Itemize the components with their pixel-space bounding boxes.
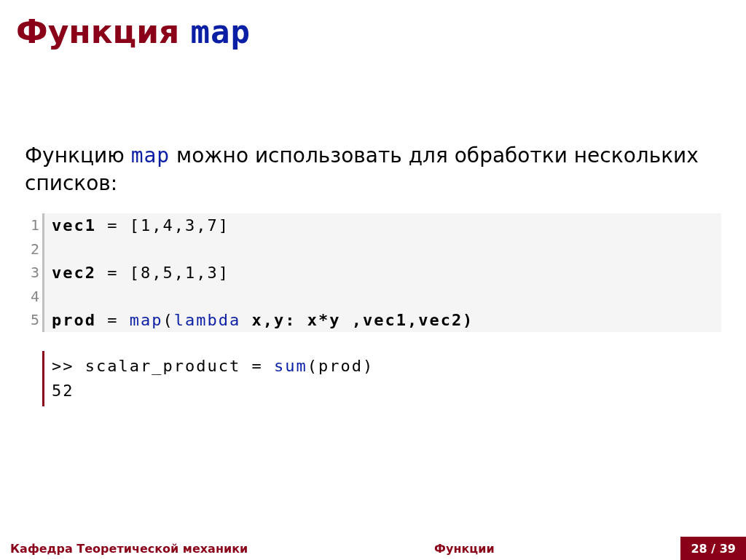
code-content: vec1 = [1,4,3,7] xyxy=(44,213,721,237)
code-rest-mid: ( xyxy=(162,311,173,329)
code-keyword: vec2 xyxy=(52,264,96,282)
slide-body: Функцию map можно использовать для обраб… xyxy=(25,142,721,406)
code-line: 5 prod = map(lambda x,y: x*y ,vec1,vec2) xyxy=(25,308,721,332)
code-rest-post: x,y: x*y ,vec1,vec2) xyxy=(240,311,474,329)
title-code: map xyxy=(191,13,251,50)
code-keyword: vec1 xyxy=(52,216,96,234)
code-rest-pre: = xyxy=(96,311,130,329)
paragraph: Функцию map можно использовать для обраб… xyxy=(25,142,721,197)
output-block: >> scalar_product = sum(prod) 52 xyxy=(25,351,721,406)
out-fn: sum xyxy=(274,357,307,375)
code-fn: lambda xyxy=(174,311,240,329)
code-line: 1 vec1 = [1,4,3,7] xyxy=(25,213,721,237)
para-code: map xyxy=(131,143,170,167)
slide: Функция map Функцию map можно использова… xyxy=(0,0,746,560)
para-text-1: Функцию xyxy=(25,143,131,167)
code-content: prod = map(lambda x,y: x*y ,vec1,vec2) xyxy=(44,308,721,332)
footer: Кафедра Теоретической механики Функции 2… xyxy=(0,537,746,560)
code-line: 4 xyxy=(25,285,721,308)
output-spacer xyxy=(25,351,42,406)
title-prefix: Функция xyxy=(16,13,191,50)
output-content: >> scalar_product = sum(prod) 52 xyxy=(44,351,721,406)
code-content xyxy=(44,285,721,308)
line-number: 1 xyxy=(25,213,42,237)
code-line: 2 xyxy=(25,237,721,261)
line-number: 5 xyxy=(25,308,42,332)
out-line2: 52 xyxy=(52,382,74,400)
line-number: 4 xyxy=(25,285,42,308)
code-listing: 1 vec1 = [1,4,3,7] 2 3 vec2 = [8,5,1,3] … xyxy=(25,213,721,332)
code-line: 3 vec2 = [8,5,1,3] xyxy=(25,261,721,285)
slide-title: Функция map xyxy=(16,13,251,50)
line-number: 3 xyxy=(25,261,42,285)
footer-left: Кафедра Теоретической механики xyxy=(0,542,248,556)
out-post: (prod) xyxy=(307,357,374,375)
code-rest: = [8,5,1,3] xyxy=(96,264,229,282)
code-content xyxy=(44,237,721,261)
code-rest: = [1,4,3,7] xyxy=(96,216,229,234)
code-fn: map xyxy=(130,311,163,329)
code-content: vec2 = [8,5,1,3] xyxy=(44,261,721,285)
out-pre: >> scalar_product = xyxy=(52,357,274,375)
code-keyword: prod xyxy=(52,311,96,329)
footer-mid: Функции xyxy=(248,542,680,556)
line-number: 2 xyxy=(25,237,42,261)
footer-page: 28 / 39 xyxy=(680,537,746,560)
